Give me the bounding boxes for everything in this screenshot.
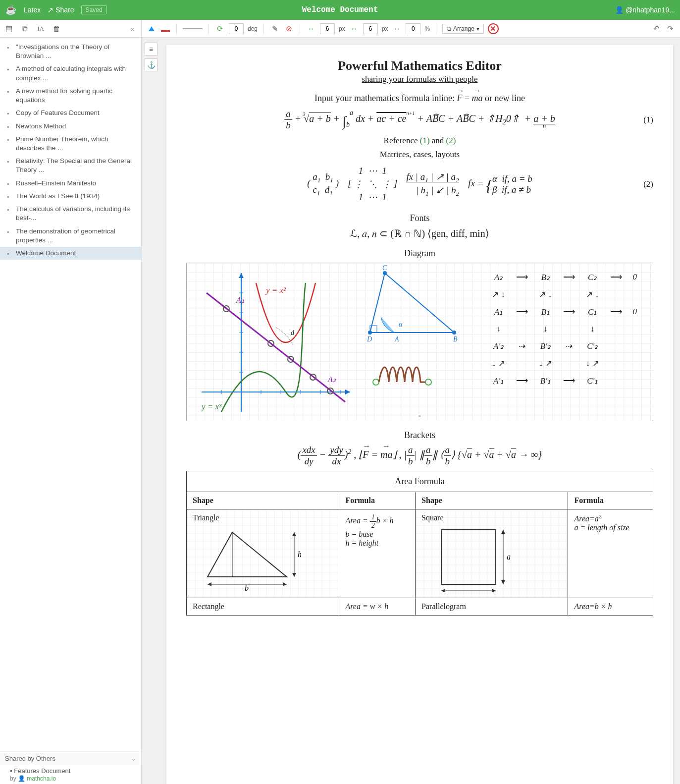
chevron-down-icon: ⌄ xyxy=(131,755,136,762)
rotate-icon: ⟳ xyxy=(215,24,225,34)
document-item[interactable]: ▪Relativity: The Special and the General… xyxy=(0,155,141,176)
svg-text:D: D xyxy=(366,336,372,343)
toolbar: ▤ ⧉ IA 🗑 « ⟳ deg ✎ ⊘ ↔ px ↔ px ↔ xyxy=(0,20,680,38)
svg-line-16 xyxy=(207,293,345,402)
reference-line: Reference (1) and (2) xyxy=(186,136,653,146)
document-item[interactable]: ▪The demonstration of geometrical proper… xyxy=(0,225,141,247)
delete-button[interactable]: ✕ xyxy=(488,23,499,34)
document-icon: ▪ xyxy=(7,110,13,117)
document-item-label: The demonstration of geometrical propert… xyxy=(16,227,136,245)
resize-handle-icon[interactable]: ▫ xyxy=(419,413,421,419)
table-title: Area Formula xyxy=(187,471,653,492)
svg-marker-4 xyxy=(239,273,244,278)
shape-name-parallelogram: Parallelogram xyxy=(416,598,568,615)
document-icon: ▪ xyxy=(7,193,13,201)
shape-name-square: Square xyxy=(421,513,562,522)
fill-color-picker[interactable] xyxy=(147,24,157,34)
document-item[interactable]: ▪Welcome Document xyxy=(0,247,141,260)
equation-1: ab + 3√a + b + ∫ba dx + ac + cen+1 + ⌢AB… xyxy=(186,109,653,131)
inline-formula-line: Input your mathematics formula inline: F… xyxy=(186,93,653,104)
diagram-box[interactable]: A₁ A₂ y = x² y = x³ d C D xyxy=(186,263,653,421)
document-icon: ▪ xyxy=(7,65,13,73)
anchor-button[interactable]: ⚓ xyxy=(145,58,157,71)
svg-text:y = x³: y = x³ xyxy=(201,402,222,411)
document-item-label: Relativity: The Special and the General … xyxy=(16,157,136,174)
hspace-unit: px xyxy=(339,25,345,32)
formula-parallelogram: Area=b × h xyxy=(568,598,653,615)
app-logo-icon: ☕ xyxy=(5,4,17,16)
document-item-label: A method of calculating integrals with c… xyxy=(16,64,136,82)
shared-by-others-header[interactable]: Shared by Others ⌄ xyxy=(0,751,141,765)
svg-text:d: d xyxy=(291,329,295,336)
outline-button[interactable]: ≡ xyxy=(145,43,157,56)
document-item[interactable]: ▪Russell–Einstein Manifesto xyxy=(0,177,141,190)
shape-name-triangle: Triangle xyxy=(193,513,333,522)
share-button[interactable]: ↗ Share xyxy=(48,6,74,14)
user-icon: 👤 xyxy=(18,775,25,782)
document-icon: ▪ xyxy=(7,136,13,144)
document-icon: ▪ xyxy=(10,767,12,775)
copy-icon[interactable]: ⧉ xyxy=(20,24,30,34)
document-item[interactable]: ▪"Investigations on the Theory of Browni… xyxy=(0,41,141,62)
document-item[interactable]: ▪Prime Number Theorem, which describes t… xyxy=(0,133,141,155)
fonts-label: Fonts xyxy=(186,213,653,224)
document-item[interactable]: ▪A new method for solving quartic equati… xyxy=(0,85,141,107)
svg-marker-42 xyxy=(208,582,211,586)
svg-marker-43 xyxy=(283,582,287,586)
pct-input[interactable] xyxy=(406,23,420,34)
equation-number-1: (1) xyxy=(643,115,653,125)
pen-tool-icon[interactable]: ✎ xyxy=(270,24,280,34)
table-row: Triangle b h Area = 12b × hb = baseh = h… xyxy=(187,509,653,598)
document-item-label: Newtons Method xyxy=(16,122,66,131)
page-icon[interactable]: ▤ xyxy=(4,24,14,34)
no-fill-icon[interactable]: ⊘ xyxy=(284,24,294,34)
document-page[interactable]: Powerful Mathematics Editor sharing your… xyxy=(166,45,673,784)
undo-icon[interactable]: ↶ xyxy=(651,24,661,34)
document-item-label: Welcome Document xyxy=(16,249,76,258)
svg-marker-27 xyxy=(370,273,454,333)
document-item[interactable]: ▪Newtons Method xyxy=(0,120,141,133)
equation-2: ( a1 b1c1 d1 ) [ 1 ⋯ 1⋮ ⋱ ⋮1 ⋯ 1 ] fx | … xyxy=(186,165,653,204)
hspace-input[interactable] xyxy=(320,23,335,34)
shared-document-item[interactable]: ▪ Features Document by 👤 mathcha.io xyxy=(0,765,141,784)
document-icon: ▪ xyxy=(7,123,13,131)
table-row: Rectangle Area = w × h Parallelogram Are… xyxy=(187,598,653,615)
svg-text:a: a xyxy=(467,591,471,592)
vspace-input[interactable] xyxy=(363,23,378,34)
square-shape: a a xyxy=(421,522,530,592)
svg-text:A₁: A₁ xyxy=(236,296,244,304)
document-item[interactable]: ▪The calculus of variations, including i… xyxy=(0,203,141,224)
redo-icon[interactable]: ↷ xyxy=(665,24,675,34)
formula-square: Area=a2a = length of size xyxy=(568,509,653,598)
rotate-input[interactable] xyxy=(229,23,244,34)
arrange-button[interactable]: ⧉ Arrange ▾ xyxy=(442,24,484,34)
document-icon: ▪ xyxy=(7,206,13,214)
arrange-icon: ⧉ xyxy=(447,25,451,32)
document-item[interactable]: ▪The World as I See It (1934) xyxy=(0,190,141,203)
svg-point-30 xyxy=(383,271,387,275)
document-icon: ▪ xyxy=(7,228,13,236)
document-item[interactable]: ▪A method of calculating integrals with … xyxy=(0,62,141,84)
line-style-picker[interactable] xyxy=(183,24,203,34)
user-menu[interactable]: 👤 @nhatphan19... xyxy=(615,6,675,14)
document-item-label: The World as I See It (1934) xyxy=(16,192,100,201)
ia-icon[interactable]: IA xyxy=(36,24,46,34)
svg-text:α: α xyxy=(399,321,403,328)
col-formula: Formula xyxy=(568,492,653,509)
document-item-label: The calculus of variations, including it… xyxy=(16,205,136,223)
stroke-color-picker[interactable] xyxy=(160,24,170,34)
svg-text:y = x²: y = x² xyxy=(265,285,286,295)
page-subtitle: sharing your formulas with people xyxy=(186,74,653,84)
latex-button[interactable]: Latex xyxy=(24,6,41,14)
shared-by-link[interactable]: mathcha.io xyxy=(27,775,56,782)
svg-text:B: B xyxy=(453,336,458,343)
svg-text:h: h xyxy=(298,550,302,559)
svg-point-38 xyxy=(425,379,431,385)
document-item[interactable]: ▪Copy of Features Document xyxy=(0,107,141,119)
pct-icon: ↔ xyxy=(392,24,402,34)
brackets-label: Brackets xyxy=(186,430,653,441)
triangle-diagram: C D A B α xyxy=(355,263,469,352)
svg-marker-39 xyxy=(208,532,287,577)
collapse-sidebar-icon[interactable]: « xyxy=(127,24,137,34)
trash-icon[interactable]: 🗑 xyxy=(52,24,61,34)
